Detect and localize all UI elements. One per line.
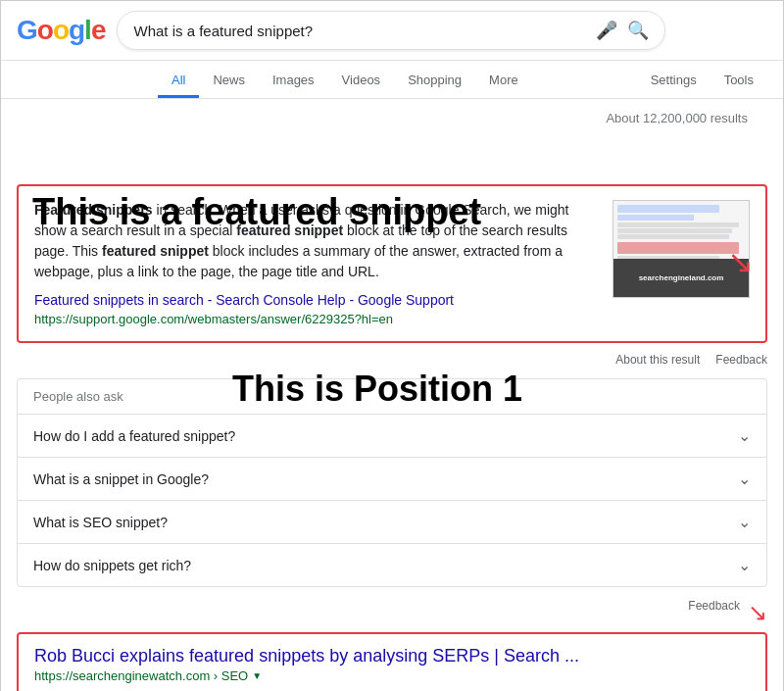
header: Google 🎤 🔍 [1, 1, 783, 61]
result-title[interactable]: Rob Bucci explains featured snippets by … [34, 646, 750, 666]
search-icon[interactable]: 🔍 [627, 20, 649, 41]
search-bar[interactable]: 🎤 🔍 [117, 11, 665, 50]
ask-question-3: How do snippets get rich? [33, 558, 191, 573]
snippet-img-content [613, 201, 749, 259]
ask-item-1[interactable]: What is a snippet in Google? ⌄ [18, 458, 766, 501]
result-meta: About this result Feedback [17, 353, 767, 367]
about-result[interactable]: About this result [615, 353, 700, 367]
dropdown-icon[interactable]: ▼ [252, 670, 262, 681]
results-info: About 12,200,000 results [17, 107, 767, 125]
chevron-icon-3: ⌄ [738, 556, 751, 574]
position1-arrow: ↘ [748, 599, 767, 626]
people-also-ask-section: People also ask How do I add a featured … [17, 378, 767, 587]
ask-item-0[interactable]: How do I add a featured snippet? ⌄ [18, 415, 766, 458]
result-url-row: https://searchenginewatch.com › SEO ▼ [34, 668, 750, 683]
ask-question-1: What is a snippet in Google? [33, 471, 209, 487]
tab-all[interactable]: All [158, 65, 199, 98]
snippet-image-preview: searchengineland.com [612, 200, 750, 298]
nav-tabs: All News Images Videos Shopping More Set… [1, 61, 783, 99]
chevron-icon-1: ⌄ [738, 469, 751, 488]
snippet-img-label: searchengineland.com [613, 259, 749, 297]
featured-snippet-box: Featured snippets in search. When a user… [17, 184, 767, 343]
ask-question-0: How do I add a featured snippet? [33, 428, 235, 444]
people-also-ask-header: People also ask [18, 379, 766, 415]
tab-more[interactable]: More [475, 65, 532, 98]
tab-images[interactable]: Images [259, 65, 328, 98]
featured-snippet-link[interactable]: Featured snippets in search - Search Con… [34, 292, 599, 308]
top-section: This is a featured snippet ↘ Featured sn… [17, 184, 767, 343]
tab-tools[interactable]: Tools [710, 65, 767, 98]
bottom-section: People also ask How do I add a featured … [17, 378, 767, 691]
feedback-row: Feedback ↘ [17, 599, 767, 626]
featured-snippet-text: Featured snippets in search. When a user… [34, 200, 599, 327]
feedback-label[interactable]: Feedback [688, 599, 740, 626]
ask-item-2[interactable]: What is SEO snippet? ⌄ [18, 501, 766, 544]
position1-result-box: Rob Bucci explains featured snippets by … [17, 632, 767, 691]
search-input[interactable] [133, 23, 596, 39]
ask-item-3[interactable]: How do snippets get rich? ⌄ [18, 544, 766, 586]
feedback-link-top[interactable]: Feedback [715, 353, 767, 367]
tab-videos[interactable]: Videos [328, 65, 395, 98]
tab-news[interactable]: News [199, 65, 259, 98]
result-url: https://searchenginewatch.com › SEO [34, 668, 248, 683]
chevron-icon-0: ⌄ [738, 426, 751, 445]
mic-icon[interactable]: 🎤 [596, 20, 617, 41]
google-logo: Google [17, 15, 105, 46]
tab-settings[interactable]: Settings [637, 65, 710, 98]
main-content: About 12,200,000 results This is a featu… [1, 99, 783, 691]
tab-shopping[interactable]: Shopping [394, 65, 475, 98]
ask-question-2: What is SEO snippet? [33, 515, 168, 530]
featured-snippet-body: Featured snippets in search. When a user… [34, 200, 599, 282]
chevron-icon-2: ⌄ [738, 513, 751, 531]
featured-snippet-url: https://support.google.com/webmasters/an… [34, 312, 393, 326]
featured-snippet-image: searchengineland.com [612, 200, 750, 327]
search-bar-icons: 🎤 🔍 [596, 20, 649, 41]
